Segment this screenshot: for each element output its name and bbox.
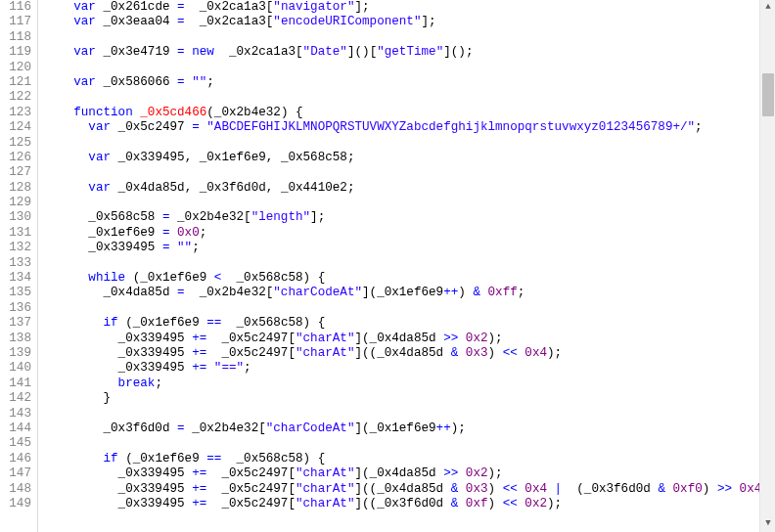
line-number: 127	[0, 165, 31, 180]
line-number: 147	[0, 466, 31, 481]
line-number: 138	[0, 332, 31, 346]
code-editor: 1161171181191201211221231241251261271281…	[0, 0, 775, 532]
line-number: 116	[0, 0, 31, 15]
line-number: 144	[0, 421, 31, 436]
line-number: 140	[0, 361, 31, 376]
code-line[interactable]: _0x3f6d0d = _0x2b4e32["charCodeAt"](_0x1…	[44, 421, 775, 436]
line-number: 142	[0, 391, 31, 406]
code-line[interactable]: _0x339495 += _0x5c2497["charAt"]((_0x3f6…	[44, 497, 775, 511]
code-line[interactable]: break;	[44, 377, 775, 391]
line-number: 129	[0, 196, 31, 210]
code-line[interactable]: _0x339495 += _0x5c2497["charAt"]((_0x4da…	[44, 346, 775, 361]
line-number: 141	[0, 377, 31, 391]
code-line[interactable]: var _0x4da85d, _0x3f6d0d, _0x4410e2;	[44, 181, 775, 196]
line-number: 123	[0, 106, 31, 120]
line-number: 131	[0, 226, 31, 241]
line-number: 146	[0, 452, 31, 466]
code-line[interactable]: _0x339495 = "";	[44, 241, 775, 255]
code-line[interactable]: }	[44, 391, 775, 406]
code-line[interactable]	[44, 165, 775, 180]
code-line[interactable]: while (_0x1ef6e9 < _0x568c58) {	[44, 271, 775, 286]
code-line[interactable]: _0x4da85d = _0x2b4e32["charCodeAt"](_0x1…	[44, 286, 775, 300]
code-line[interactable]: _0x339495 += "==";	[44, 361, 775, 376]
line-number: 149	[0, 497, 31, 511]
code-line[interactable]: _0x339495 += _0x5c2497["charAt"]((_0x4da…	[44, 482, 775, 497]
scroll-up-button[interactable]: ▲	[760, 0, 775, 16]
code-area[interactable]: var _0x261cde = _0x2ca1a3["navigator"]; …	[38, 0, 775, 532]
code-line[interactable]	[44, 301, 775, 316]
code-line[interactable]: _0x339495 += _0x5c2497["charAt"](_0x4da8…	[44, 466, 775, 481]
code-line[interactable]: function _0x5cd466(_0x2b4e32) {	[44, 106, 775, 120]
vertical-scrollbar[interactable]: ▲ ▼	[759, 0, 775, 532]
line-number: 145	[0, 436, 31, 451]
code-line[interactable]: var _0x5c2497 = "ABCDEFGHIJKLMNOPQRSTUVW…	[44, 120, 775, 135]
line-number: 121	[0, 75, 31, 90]
line-number: 137	[0, 316, 31, 331]
code-line[interactable]: _0x568c58 = _0x2b4e32["length"];	[44, 210, 775, 225]
code-line[interactable]: _0x1ef6e9 = 0x0;	[44, 226, 775, 241]
line-number: 136	[0, 301, 31, 316]
line-number: 139	[0, 346, 31, 361]
code-line[interactable]: _0x339495 += _0x5c2497["charAt"](_0x4da8…	[44, 332, 775, 346]
code-line[interactable]	[44, 256, 775, 271]
line-number: 133	[0, 256, 31, 271]
line-number: 124	[0, 120, 31, 135]
line-number: 148	[0, 482, 31, 497]
code-line[interactable]	[44, 30, 775, 45]
line-number-gutter: 1161171181191201211221231241251261271281…	[0, 0, 38, 532]
scrollbar-thumb[interactable]	[762, 73, 774, 116]
line-number: 143	[0, 407, 31, 421]
code-line[interactable]: var _0x586066 = "";	[44, 75, 775, 90]
code-line[interactable]: if (_0x1ef6e9 == _0x568c58) {	[44, 452, 775, 466]
code-line[interactable]	[44, 136, 775, 151]
line-number: 132	[0, 241, 31, 255]
line-number: 122	[0, 90, 31, 105]
line-number: 117	[0, 15, 31, 29]
code-line[interactable]	[44, 407, 775, 421]
line-number: 128	[0, 181, 31, 196]
line-number: 130	[0, 210, 31, 225]
code-line[interactable]: var _0x3eaa04 = _0x2ca1a3["encodeURIComp…	[44, 15, 775, 29]
code-line[interactable]	[44, 196, 775, 210]
scroll-down-button[interactable]: ▼	[760, 516, 775, 532]
line-number: 135	[0, 286, 31, 300]
code-line[interactable]: if (_0x1ef6e9 == _0x568c58) {	[44, 316, 775, 331]
line-number: 126	[0, 151, 31, 165]
line-number: 119	[0, 45, 31, 60]
line-number: 134	[0, 271, 31, 286]
code-line[interactable]: var _0x261cde = _0x2ca1a3["navigator"];	[44, 0, 775, 15]
line-number: 120	[0, 61, 31, 75]
line-number: 118	[0, 30, 31, 45]
code-line[interactable]	[44, 90, 775, 105]
code-line[interactable]: var _0x3e4719 = new _0x2ca1a3["Date"]()[…	[44, 45, 775, 60]
line-number: 125	[0, 136, 31, 151]
code-line[interactable]	[44, 61, 775, 75]
code-line[interactable]: var _0x339495, _0x1ef6e9, _0x568c58;	[44, 151, 775, 165]
code-line[interactable]	[44, 436, 775, 451]
